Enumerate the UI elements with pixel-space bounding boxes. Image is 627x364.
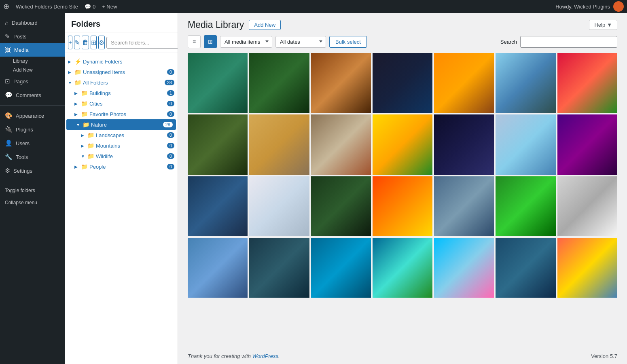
tree-item-dynamic-folders[interactable]: ▶ ⚡ Dynamic Folders (65, 56, 178, 67)
media-item[interactable] (496, 53, 555, 113)
new-content-link[interactable]: + New (102, 4, 117, 10)
sidebar-item-settings[interactable]: ⚙ Settings (0, 164, 65, 178)
tree-item-buildings[interactable]: ▶ 📁 Buildings 1 (65, 88, 178, 98)
media-item[interactable] (434, 53, 494, 113)
unassigned-count-badge: 0 (167, 69, 174, 75)
media-item[interactable] (434, 238, 494, 298)
page-title: Media Library (188, 19, 244, 30)
media-item[interactable] (557, 176, 617, 236)
media-item[interactable] (188, 53, 248, 113)
all-folders-icon: 📁 (74, 79, 81, 86)
media-item[interactable] (557, 114, 617, 174)
media-item[interactable] (373, 176, 432, 236)
media-grid (178, 53, 627, 348)
tree-item-mountains[interactable]: ▶ 📁 Mountains 0 (65, 140, 178, 151)
edit-folder-button[interactable]: ✎ (74, 36, 80, 49)
media-item[interactable] (311, 176, 371, 236)
comments-link[interactable]: 💬 0 (85, 4, 95, 10)
main-layout: ⌂ Dashboard ✎ Posts 🖼 Media Library Add … (0, 13, 627, 364)
media-item[interactable] (188, 176, 248, 236)
media-type-filter[interactable]: All media items Images Audio Video (220, 36, 272, 48)
dynamic-folder-icon: ⚡ (74, 58, 81, 65)
site-name[interactable]: Wicked Folders Demo Site (16, 4, 78, 10)
list-view-icon: ≡ (193, 38, 196, 45)
sidebar-item-tools[interactable]: 🔧 Tools (0, 150, 65, 164)
tree-item-nature[interactable]: ▼ 📁 Nature 28 (66, 119, 176, 130)
media-item[interactable] (249, 176, 309, 236)
media-item[interactable] (249, 114, 309, 174)
list-view-button[interactable]: ≡ (188, 35, 201, 48)
media-item[interactable] (496, 114, 555, 174)
media-item[interactable] (249, 238, 309, 298)
add-folder-button[interactable]: + (68, 36, 72, 49)
tree-item-people[interactable]: ▶ 📁 People 0 (65, 161, 178, 172)
sidebar-item-appearance[interactable]: 🎨 Appearance (0, 109, 65, 123)
media-item[interactable] (249, 53, 309, 113)
sidebar-divider (0, 105, 65, 106)
expand-arrow-icon: ▶ (74, 102, 79, 106)
admin-bar: ⊕ Wicked Folders Demo Site 💬 0 + New How… (0, 0, 627, 13)
tools-icon: 🔧 (5, 153, 13, 161)
wildlife-count-badge: 0 (167, 153, 174, 159)
media-item[interactable] (311, 114, 371, 174)
tree-item-landscapes[interactable]: ▶ 📁 Landscapes 0 (65, 130, 178, 140)
expand-arrow-icon: ▶ (74, 112, 79, 116)
folder-settings-button[interactable]: ⚙ (98, 36, 105, 49)
toggle-folders-link[interactable]: Toggle folders (0, 184, 65, 197)
tree-item-wildlife[interactable]: ▼ 📁 Wildlife 0 (65, 151, 178, 161)
nature-folder-icon: 📁 (83, 121, 89, 128)
media-item[interactable] (496, 238, 555, 298)
delete-folder-button[interactable]: 🗑 (82, 36, 89, 49)
media-item[interactable] (311, 238, 371, 298)
folders-tree: ▶ ⚡ Dynamic Folders ▶ 📁 Unassigned Items… (65, 53, 178, 364)
sidebar-item-dashboard[interactable]: ⌂ Dashboard (0, 16, 65, 30)
add-new-button[interactable]: Add New (249, 20, 281, 30)
add-subfolder-button[interactable]: ⊞ (91, 36, 97, 49)
sidebar-item-media[interactable]: 🖼 Media (0, 43, 65, 57)
media-item[interactable] (434, 176, 494, 236)
expand-arrow-icon: ▼ (81, 154, 86, 159)
media-item[interactable] (311, 53, 371, 113)
tree-item-favorite-photos[interactable]: ▶ 📁 Favorite Photos 0 (65, 109, 178, 119)
bulk-select-button[interactable]: Bulk select (329, 36, 367, 48)
media-item[interactable] (434, 114, 494, 174)
sidebar-item-posts[interactable]: ✎ Posts (0, 30, 65, 43)
media-item[interactable] (557, 238, 617, 298)
wordpress-link[interactable]: WordPress (252, 353, 278, 359)
user-avatar[interactable] (613, 1, 624, 12)
all-folders-count-badge: 28 (165, 80, 174, 85)
folders-panel: Folders + ✎ 🗑 ⊞ ⚙ ▶ ⚡ Dynamic Folders ▶ … (65, 13, 178, 364)
media-item[interactable] (188, 114, 248, 174)
appearance-icon: 🎨 (5, 112, 13, 119)
sidebar-item-plugins[interactable]: 🔌 Plugins (0, 123, 65, 136)
expand-arrow-icon: ▶ (81, 133, 86, 138)
date-filter[interactable]: All dates January 2024 February 2024 (275, 36, 326, 48)
wildlife-folder-icon: 📁 (87, 153, 94, 159)
grid-view-button[interactable]: ⊞ (204, 35, 217, 48)
media-item[interactable] (373, 114, 432, 174)
settings-icon: ⚙ (5, 167, 10, 174)
search-folders-input[interactable] (106, 37, 178, 49)
sidebar-item-users[interactable]: 👤 Users (0, 136, 65, 150)
sidebar-item-add-new[interactable]: Add New (0, 66, 65, 74)
media-item[interactable] (557, 53, 617, 113)
media-search-input[interactable] (520, 36, 617, 48)
sidebar-divider-2 (0, 181, 65, 181)
media-item[interactable] (188, 238, 248, 298)
help-button[interactable]: Help ▼ (589, 20, 617, 30)
tree-item-cities[interactable]: ▶ 📁 Cities 0 (65, 98, 178, 109)
sidebar-item-pages[interactable]: ⊡ Pages (0, 74, 65, 88)
media-item[interactable] (373, 53, 432, 113)
media-item[interactable] (496, 176, 555, 236)
wp-logo-icon: ⊕ (3, 2, 9, 11)
sidebar-item-comments[interactable]: 💬 Comments (0, 88, 65, 102)
tree-item-unassigned[interactable]: ▶ 📁 Unassigned Items 0 (65, 67, 178, 77)
tree-item-all-folders[interactable]: ▼ 📁 All Folders 28 (65, 77, 178, 88)
media-item[interactable] (373, 238, 432, 298)
sidebar-item-library[interactable]: Library (0, 57, 65, 66)
collapse-menu-link[interactable]: Collapse menu (0, 197, 65, 209)
expand-arrow-icon: ▶ (74, 165, 79, 169)
favorite-count-badge: 0 (167, 111, 174, 117)
landscapes-count-badge: 0 (167, 132, 174, 138)
wp-sidebar: ⌂ Dashboard ✎ Posts 🖼 Media Library Add … (0, 13, 65, 364)
